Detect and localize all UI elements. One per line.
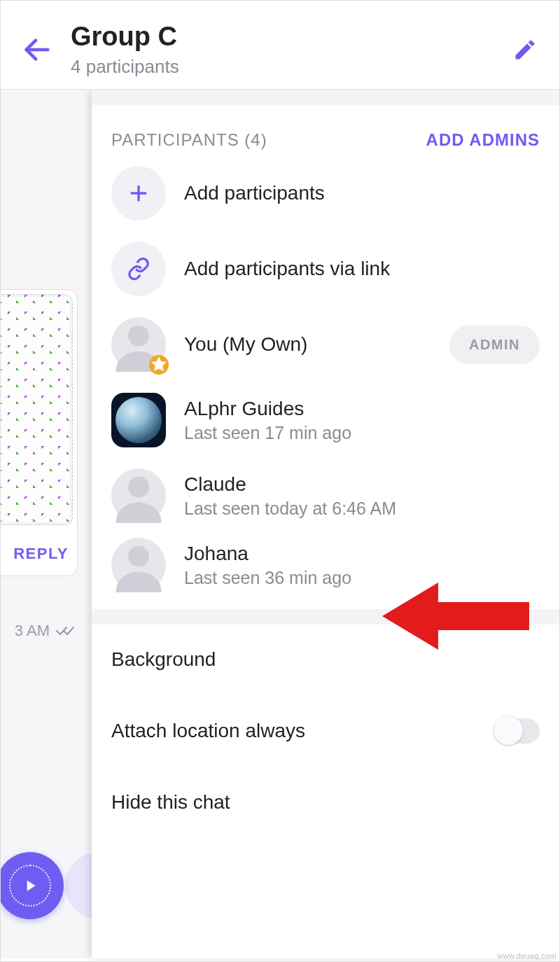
back-button[interactable] (18, 34, 57, 66)
participant-status: Last seen 36 min ago (184, 568, 540, 588)
message-timestamp-row: 3 AM (15, 622, 78, 640)
voice-message-fab[interactable] (1, 852, 64, 919)
edit-button[interactable] (507, 32, 542, 67)
svg-point-3 (128, 326, 149, 347)
secondary-fab[interactable] (65, 852, 92, 919)
avatar (111, 393, 166, 447)
group-info-panel: PARTICIPANTS (4) ADD ADMINS Add particip… (92, 90, 559, 958)
arrow-left-icon (21, 34, 53, 66)
fab-dotted-ring (9, 865, 51, 907)
avatar (111, 468, 166, 523)
participant-claude[interactable]: Claude Last seen today at 6:46 AM (111, 458, 540, 534)
earth-image (115, 397, 162, 443)
avatar (111, 317, 166, 372)
watermark: www.deuaq.com (497, 951, 556, 960)
admin-star-badge (149, 355, 169, 375)
chat-background-sliver: REPLY 3 AM (1, 90, 92, 958)
read-receipt-icon (55, 625, 78, 637)
participant-status: Last seen today at 6:46 AM (184, 499, 540, 519)
participants-section: PARTICIPANTS (4) ADD ADMINS Add particip… (92, 105, 559, 609)
participant-name: Johana (184, 543, 540, 565)
setting-label: Hide this chat (111, 791, 230, 814)
add-via-link-row[interactable]: Add participants via link (111, 231, 540, 307)
participant-name: Claude (184, 473, 540, 496)
admin-badge: ADMIN (449, 326, 540, 364)
header-bar: Group C 4 participants (1, 1, 559, 90)
participant-johana[interactable]: Johana Last seen 36 min ago (111, 534, 540, 609)
add-via-link-label: Add participants via link (184, 258, 540, 280)
participants-label: PARTICIPANTS (4) (111, 130, 267, 150)
reply-button[interactable]: REPLY (1, 529, 77, 576)
participant-name: ALphr Guides (184, 398, 540, 420)
setting-label: Background (111, 648, 216, 671)
person-icon (111, 468, 166, 523)
link-icon (127, 257, 150, 281)
participant-you[interactable]: You (My Own) ADMIN (111, 307, 540, 382)
svg-point-5 (128, 546, 149, 567)
toggle-knob (493, 716, 523, 745)
add-admins-button[interactable]: ADD ADMINS (426, 130, 540, 150)
avatar (111, 538, 166, 592)
participant-status: Last seen 17 min ago (184, 423, 540, 443)
participant-alphr[interactable]: ALphr Guides Last seen 17 min ago (111, 382, 540, 458)
sticker-image (1, 294, 73, 525)
message-timestamp: 3 AM (15, 622, 50, 640)
pencil-icon (512, 37, 538, 62)
message-card: REPLY (1, 289, 78, 576)
background-setting[interactable]: Background (92, 625, 559, 695)
attach-location-toggle[interactable] (493, 718, 540, 744)
star-icon (149, 355, 169, 375)
title-block: Group C 4 participants (71, 22, 507, 78)
plus-circle (111, 166, 166, 221)
plus-icon (127, 181, 150, 205)
add-participants-row[interactable]: Add participants (111, 155, 540, 231)
participant-count: 4 participants (71, 56, 507, 78)
add-participants-label: Add participants (184, 182, 540, 204)
svg-point-4 (128, 477, 149, 498)
attach-location-setting[interactable]: Attach location always (92, 695, 559, 767)
setting-label: Attach location always (111, 720, 305, 742)
link-circle (111, 242, 166, 296)
group-title: Group C (71, 22, 507, 52)
hide-chat-setting[interactable]: Hide this chat (92, 767, 559, 837)
person-icon (111, 538, 166, 592)
participant-name: You (My Own) (184, 333, 431, 356)
play-icon (21, 877, 39, 895)
